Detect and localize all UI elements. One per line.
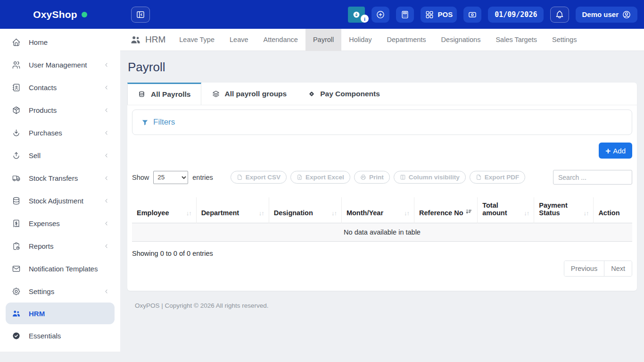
sidebar-item-stock-transfers[interactable]: Stock Transfers — [0, 167, 120, 189]
add-button[interactable]: + Add — [599, 143, 632, 159]
column-header-employee[interactable]: Employee↓↑ — [132, 197, 196, 223]
module-tab-settings[interactable]: Settings — [545, 29, 584, 51]
sidebar-item-home[interactable]: Home — [0, 31, 120, 53]
column-header-month-year[interactable]: Month/Year↓↑ — [341, 197, 414, 223]
sidebar-item-label: Contacts — [29, 84, 57, 92]
module-tab-sales-targets[interactable]: Sales Targets — [488, 29, 545, 51]
pos-button[interactable]: POS — [421, 7, 457, 23]
column-header-reference-no[interactable]: Reference No — [414, 197, 478, 223]
coins-icon — [138, 90, 147, 99]
gear-icon — [12, 287, 21, 296]
filters-toggle[interactable]: Filters — [132, 109, 632, 135]
search-input[interactable] — [553, 170, 632, 185]
printer-icon — [360, 174, 366, 180]
address-book-icon — [12, 83, 21, 92]
sidebar-item-essentials[interactable]: Essentials — [0, 324, 120, 347]
column-header-department[interactable]: Department↓↑ — [196, 197, 269, 223]
column-header-designation[interactable]: Designation↓↑ — [269, 197, 341, 223]
export-excel-button[interactable]: Export Excel — [290, 171, 350, 184]
user-name: Demo user — [582, 10, 619, 18]
page-size-select[interactable]: 25 — [153, 171, 188, 184]
sort-icon: ↓↑ — [331, 210, 337, 217]
sidebar-item-label: Sell — [29, 152, 41, 160]
previous-page-button[interactable]: Previous — [564, 261, 604, 276]
module-tab-holiday[interactable]: Holiday — [341, 29, 379, 51]
tab-pay-components[interactable]: Pay Components — [297, 83, 390, 105]
sidebar-item-purchases[interactable]: Purchases — [0, 121, 120, 144]
module-title-label: HRM — [145, 34, 165, 45]
module-tab-attendance[interactable]: Attendance — [256, 29, 305, 51]
table-empty-row: No data available in table — [132, 223, 632, 242]
database-icon — [12, 196, 21, 205]
chevron-left-icon — [103, 243, 110, 250]
print-button[interactable]: Print — [354, 171, 390, 184]
brand[interactable]: OxyShop — [0, 0, 120, 29]
module-tab-leave[interactable]: Leave — [222, 29, 256, 51]
top-navbar: OxyShop i POS — [0, 0, 644, 29]
sidebar-item-notification-templates[interactable]: Notification Templates — [0, 257, 120, 280]
sidebar-item-reports[interactable]: Reports — [0, 235, 120, 257]
export-pdf-button[interactable]: Export PDF — [470, 171, 526, 184]
info-icon[interactable]: i — [361, 15, 369, 23]
module-tab-departments[interactable]: Departments — [380, 29, 434, 51]
report-icon — [12, 242, 21, 251]
chevron-left-icon — [103, 175, 110, 182]
add-new-button[interactable] — [372, 7, 389, 23]
sort-icon: ↓↑ — [583, 210, 588, 217]
sidebar-collapse-button[interactable] — [131, 7, 150, 23]
sidebar-item-contacts[interactable]: Contacts — [0, 76, 120, 99]
column-header-payment-status[interactable]: Payment Status↓↑ — [534, 197, 594, 223]
file-icon — [297, 174, 303, 180]
user-menu-button[interactable]: Demo user — [576, 7, 637, 23]
cash-register-button[interactable] — [463, 7, 481, 23]
chevron-left-icon — [103, 129, 110, 136]
pagination-row: Previous Next — [132, 257, 632, 282]
app-window: OxyShop i POS — [0, 0, 644, 362]
next-page-button[interactable]: Next — [604, 261, 632, 276]
sidebar-item-label: Home — [29, 38, 48, 46]
chevron-left-icon — [103, 84, 110, 91]
export-csv-button[interactable]: Export CSV — [231, 171, 287, 184]
tab-all-payrolls[interactable]: All Payrolls — [127, 83, 201, 105]
date-button[interactable]: 01/09/2026 — [488, 7, 544, 23]
sidebar-item-hrm[interactable]: HRM — [6, 303, 115, 324]
user-circle-icon — [622, 10, 631, 19]
module-tab-leave-type[interactable]: Leave Type — [172, 29, 222, 51]
users-group-icon — [12, 309, 21, 318]
tab-all-payroll-groups[interactable]: All payroll groups — [201, 83, 297, 105]
sidebar-item-user-management[interactable]: User Management — [0, 53, 120, 76]
sidebar-item-settings[interactable]: Settings — [0, 280, 120, 303]
users-icon — [12, 60, 21, 69]
components-icon — [307, 90, 316, 98]
receipt-icon — [12, 219, 21, 228]
copyright-footer: OxyPOS | Copyright © 2026 All rights res… — [127, 291, 637, 320]
filter-funnel-icon — [141, 118, 149, 126]
sidebar-item-label: Settings — [29, 287, 54, 295]
plus-icon: + — [605, 146, 611, 155]
sidebar-item-label: Expenses — [29, 219, 60, 227]
tab-label: All Payrolls — [151, 90, 190, 99]
download-icon — [12, 128, 21, 137]
column-label: Payment Status — [539, 202, 581, 217]
notifications-button[interactable] — [550, 7, 569, 23]
column-header-total-amount[interactable]: Total amount↓↑ — [478, 197, 534, 223]
column-label: Reference No — [419, 209, 463, 217]
home-icon — [12, 38, 21, 47]
column-visibility-button[interactable]: Column visibility — [394, 171, 466, 184]
add-button-label: Add — [613, 147, 626, 155]
chevron-left-icon — [103, 107, 110, 114]
sidebar-item-label: Notification Templates — [29, 265, 98, 273]
sidebar-item-sell[interactable]: Sell — [0, 144, 120, 167]
column-header-action: Action — [594, 197, 632, 223]
mail-icon — [12, 264, 21, 273]
module-tab-payroll[interactable]: Payroll — [305, 29, 341, 51]
module-tab-designations[interactable]: Designations — [434, 29, 488, 51]
calculator-button[interactable] — [396, 7, 414, 23]
column-label: Employee — [137, 209, 169, 217]
sidebar-item-products[interactable]: Products — [0, 99, 120, 121]
users-group-icon — [130, 34, 141, 45]
online-status-dot — [82, 12, 87, 17]
sort-icon: ↓↑ — [404, 210, 409, 217]
sidebar-item-expenses[interactable]: Expenses — [0, 212, 120, 235]
sidebar-item-stock-adjustment[interactable]: Stock Adjustment — [0, 189, 120, 212]
